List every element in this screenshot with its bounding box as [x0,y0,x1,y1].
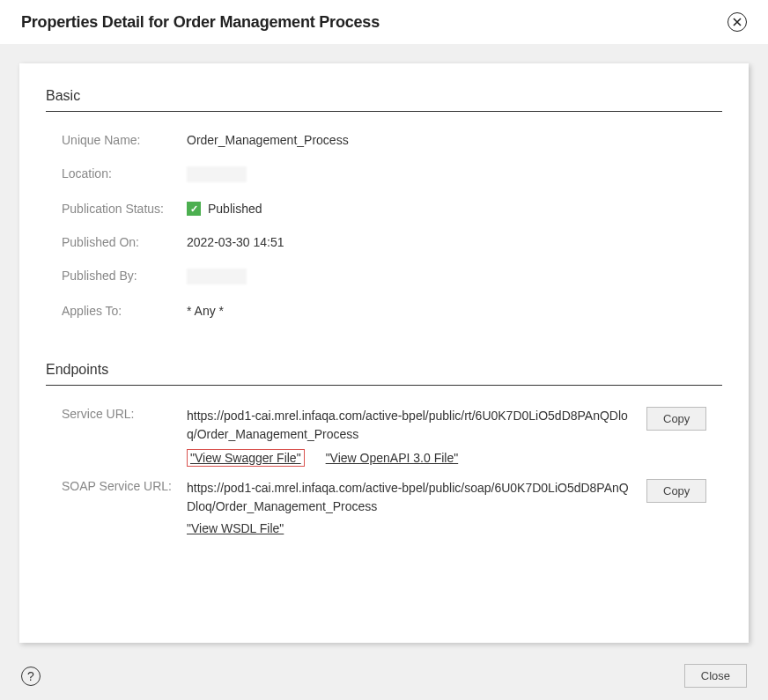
publication-status-text: Published [208,202,262,216]
service-url-links: "View Swagger File""View OpenAPI 3.0 Fil… [187,449,636,467]
dialog-header: Properties Detail for Order Management P… [0,0,768,44]
check-icon: ✓ [187,202,201,216]
endpoint-soap-url: SOAP Service URL: https://pod1-cai.mrel.… [46,479,722,544]
copy-soap-url-button[interactable]: Copy [646,479,706,503]
endpoints-heading: Endpoints [46,362,722,378]
content-card: Basic Unique Name: Order_Management_Proc… [19,63,749,643]
location-label: Location: [62,166,187,182]
field-published-by: Published By: [46,269,722,284]
service-url-label: Service URL: [62,407,187,475]
published-by-value [187,269,247,284]
soap-url-label: SOAP Service URL: [62,479,187,544]
field-location: Location: [46,166,722,182]
dialog-footer: ? Close [0,655,768,700]
published-by-label: Published By: [62,269,187,284]
dialog-body: Basic Unique Name: Order_Management_Proc… [0,44,768,662]
basic-heading: Basic [46,88,722,104]
endpoint-service-url: Service URL: https://pod1-cai.mrel.infaq… [46,407,722,475]
field-unique-name: Unique Name: Order_Management_Process [46,133,722,147]
view-wsdl-link[interactable]: "View WSDL File" [187,521,284,535]
published-on-value: 2022-03-30 14:51 [187,235,284,249]
copy-column: Copy [646,407,722,475]
unique-name-label: Unique Name: [62,133,187,147]
unique-name-value: Order_Management_Process [187,133,349,147]
copy-service-url-button[interactable]: Copy [646,407,706,431]
soap-url-content: https://pod1-cai.mrel.infaqa.com/active-… [187,479,646,544]
location-value [187,166,247,182]
close-button[interactable]: Close [684,664,747,688]
view-swagger-highlight: "View Swagger File" [187,449,305,467]
applies-to-value: * Any * [187,304,224,318]
service-url-content: https://pod1-cai.mrel.infaqa.com/active-… [187,407,646,475]
divider [46,111,722,112]
divider [46,385,722,386]
copy-column: Copy [646,479,722,544]
view-swagger-link[interactable]: "View Swagger File" [190,451,301,465]
field-publication-status: Publication Status: ✓ Published [46,202,722,216]
soap-url-value: https://pod1-cai.mrel.infaqa.com/active-… [187,479,636,516]
dialog-title: Properties Detail for Order Management P… [21,13,380,32]
redacted-value [187,269,247,284]
published-on-label: Published On: [62,235,187,249]
publication-status-label: Publication Status: [62,202,187,216]
redacted-value [187,166,247,182]
applies-to-label: Applies To: [62,304,187,318]
help-icon[interactable]: ? [21,667,41,686]
field-applies-to: Applies To: * Any * [46,304,722,318]
publication-status-value: ✓ Published [187,202,262,216]
endpoints-section: Endpoints Service URL: https://pod1-cai.… [46,362,722,544]
service-url-value: https://pod1-cai.mrel.infaqa.com/active-… [187,407,636,444]
close-icon[interactable] [727,12,747,32]
soap-url-links: "View WSDL File" [187,521,636,535]
view-openapi-link[interactable]: "View OpenAPI 3.0 File" [326,451,459,465]
field-published-on: Published On: 2022-03-30 14:51 [46,235,722,249]
